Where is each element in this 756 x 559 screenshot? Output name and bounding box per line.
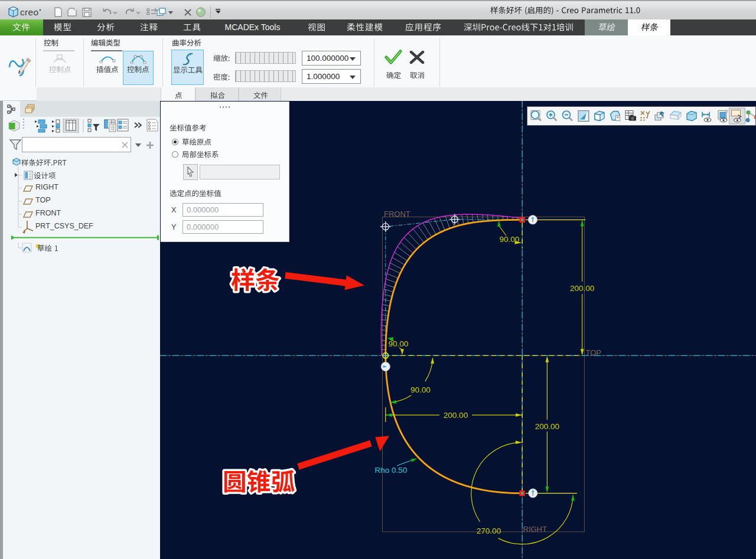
svg-text:RIGHT: RIGHT: [523, 525, 548, 534]
svg-text:200.00: 200.00: [444, 411, 468, 420]
svg-text:FRONT: FRONT: [384, 210, 410, 218]
svg-text:270.00: 270.00: [477, 527, 501, 535]
svg-text:200.00: 200.00: [535, 422, 559, 431]
svg-text:200.00: 200.00: [570, 284, 594, 293]
svg-text:90.00: 90.00: [389, 339, 409, 348]
svg-text:90.00: 90.00: [410, 385, 431, 394]
svg-text:creo: creo: [20, 7, 38, 17]
svg-text:TOP: TOP: [586, 348, 602, 357]
svg-text:90.00: 90.00: [499, 235, 519, 244]
